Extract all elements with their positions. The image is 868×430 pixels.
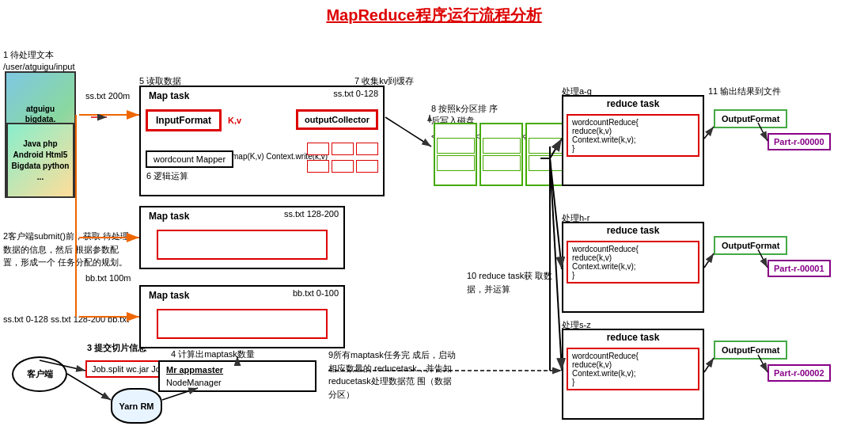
diagram-container: MapReduce程序运行流程分析 1 待处理文本 /user/atguigu/…: [0, 0, 868, 430]
input-format-1: InputFormat: [146, 109, 222, 131]
node-manager-label: NodeManager: [166, 378, 309, 387]
reduce-task-3-label: reduce task: [563, 330, 703, 344]
part-0-box: Part-r-00000: [768, 133, 831, 150]
bbtxt-label: bb.txt 100m: [85, 273, 131, 283]
svg-line-14: [704, 358, 714, 372]
output-format-2: OutputFormat: [714, 236, 787, 255]
reduce-task-2-inner: wordcountReduce{ reduce(k,v) Context.wri…: [567, 241, 699, 283]
process-ag-label: 处理a-g: [562, 86, 592, 97]
step2-label: 2客户端submit()前，获取 待处理数据的信息，然后 根据参数配置，形成一个…: [3, 230, 130, 269]
svg-line-12: [704, 127, 714, 139]
step3-label: 3 提交切片信息: [87, 342, 146, 354]
sorted-partitions: [434, 123, 569, 186]
map-task-1-range: ss.txt 0-128: [333, 89, 378, 103]
svg-line-8: [550, 158, 562, 371]
map-task-3-label: Map task: [146, 288, 192, 303]
step6-label: 6 逻辑运算: [146, 170, 188, 182]
appmaster-box: Mr appmaster NodeManager: [158, 360, 316, 392]
process-hr-label: 处理h-r: [562, 212, 589, 224]
reduce-task-2-label: reduce task: [563, 223, 703, 238]
step1-label: 1 待处理文本 /user/atguigu/input: [3, 49, 82, 74]
map-task-2-label: Map task: [146, 209, 192, 223]
map-task-2-range: ss.txt 128-200: [284, 209, 339, 223]
reduce-task-1-label: reduce task: [563, 97, 703, 111]
map-task-3-range: bb.txt 0-100: [293, 288, 339, 303]
svg-line-13: [704, 253, 714, 268]
client-oval: 客户端: [12, 356, 67, 392]
wordcount-mapper-1: wordcount Mapper: [146, 150, 233, 168]
part-2-box: Part-r-00002: [768, 364, 831, 382]
kv-label: K,v: [228, 116, 241, 125]
reduce-task-3-inner: wordcountReduce{ reduce(k,v) Context.wri…: [567, 348, 699, 390]
collector-boxes-1: [307, 141, 378, 174]
page-title: MapReduce程序运行流程分析: [0, 0, 868, 26]
reduce-task-3-outer: reduce task wordcountReduce{ reduce(k,v)…: [562, 329, 704, 420]
svg-line-5: [385, 117, 431, 147]
map-task-2-inner: [157, 230, 328, 260]
sstxt-label: ss.txt 200m: [85, 91, 130, 101]
yarn-rm: Yarn RM: [111, 388, 162, 424]
ss-files-label: ss.txt 0-128 ss.txt 128-200 bb.txt: [3, 313, 129, 326]
step11-label: 11 输出结果到文件: [708, 86, 781, 97]
mr-appmaster-label: Mr appmaster: [166, 365, 309, 375]
map-task-3-outer: Map task bb.txt 0-100: [139, 285, 345, 348]
map-task-1-label: Map task: [146, 89, 192, 103]
map-task-2-outer: Map task ss.txt 128-200: [139, 206, 345, 269]
map-task-3-inner: [157, 309, 328, 339]
step9-label: 9所有maptask任务完 成后，启动相应数量的 reducetask，并告知 …: [328, 348, 459, 401]
output-format-3: OutputFormat: [714, 341, 787, 360]
output-collector-1: outputCollector: [296, 109, 378, 130]
java-php-box: Java php Android Html5 Bigdata python ..…: [6, 123, 74, 198]
output-format-1: OutputFormat: [714, 109, 787, 128]
process-sz-label: 处理s-z: [562, 319, 591, 331]
reduce-task-1-outer: reduce task wordcountReduce{ reduce(k,v)…: [562, 95, 704, 186]
step7-label: 7 收集kv到缓存: [354, 75, 414, 87]
step4-label: 4 计算出maptask数量: [171, 348, 255, 360]
part-1-box: Part-r-00001: [768, 260, 831, 277]
reduce-task-2-outer: reduce task wordcountReduce{ reduce(k,v)…: [562, 222, 704, 313]
reduce-task-1-inner: wordcountReduce{ reduce(k,v) Context.wri…: [567, 114, 699, 157]
step10-label: 10 reduce task获 取数据，并运算: [467, 269, 554, 295]
